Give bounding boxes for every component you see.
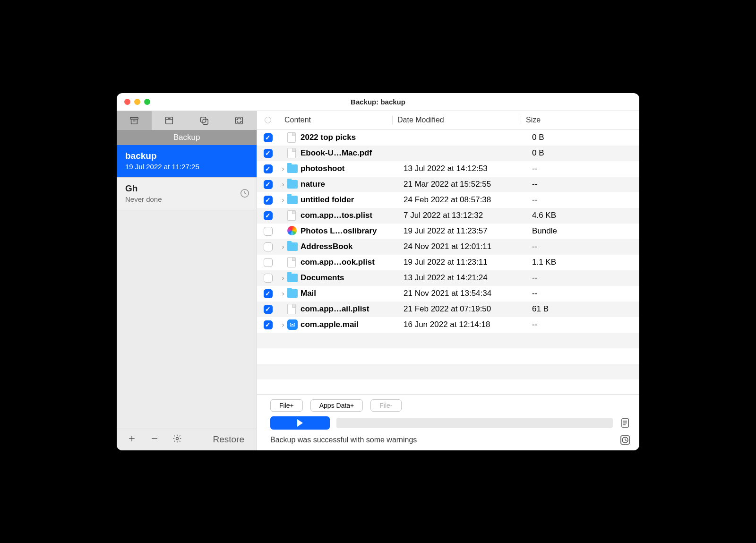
table-row[interactable]: Ebook-U…Mac.pdf0 B — [257, 146, 639, 161]
row-date: 13 Jul 2022 at 14:12:53 — [399, 164, 527, 173]
log-button[interactable] — [619, 417, 631, 429]
svg-line-23 — [625, 440, 627, 441]
row-name: untitled folder — [301, 195, 399, 205]
sidebar-header: Backup — [117, 130, 257, 145]
disclosure-triangle[interactable]: › — [279, 181, 287, 188]
row-size: 4.6 KB — [527, 211, 597, 220]
sidebar-item-gh[interactable]: GhNever done — [117, 178, 257, 210]
row-name: Documents — [301, 273, 399, 283]
row-name: Photos L…oslibrary — [301, 226, 399, 236]
gear-icon — [172, 434, 182, 443]
row-checkbox[interactable] — [264, 289, 273, 298]
restore-button[interactable]: Restore — [213, 434, 244, 445]
disclosure-triangle[interactable]: › — [279, 243, 287, 250]
table-row[interactable]: com.app…tos.plist7 Jul 2022 at 13:12:324… — [257, 208, 639, 224]
row-checkbox[interactable] — [264, 180, 273, 189]
sidebar-tabs — [117, 111, 257, 130]
remove-backup-button[interactable] — [150, 434, 159, 445]
row-date: 19 Jul 2022 at 11:23:11 — [399, 258, 527, 267]
sync-icon — [234, 115, 244, 126]
table-row[interactable]: ›photoshoot13 Jul 2022 at 14:12:53-- — [257, 161, 639, 177]
row-checkbox[interactable] — [264, 274, 273, 283]
file-icon — [287, 257, 298, 267]
table-row[interactable]: 2022 top picks0 B — [257, 130, 639, 146]
row-checkbox[interactable] — [264, 164, 273, 173]
sidebar-tab-sync[interactable] — [222, 111, 257, 130]
archive-box-icon — [129, 115, 139, 126]
column-content[interactable]: Content — [279, 116, 392, 124]
table-row[interactable]: com.app…ook.plist19 Jul 2022 at 11:23:11… — [257, 255, 639, 270]
table-row[interactable]: ›✉com.apple.mail16 Jun 2022 at 12:14:18-… — [257, 317, 639, 333]
row-date: 13 Jul 2022 at 14:21:24 — [399, 273, 527, 283]
sidebar-item-name: Gh — [125, 183, 248, 194]
folder-icon — [287, 195, 298, 205]
folder-icon — [287, 288, 298, 299]
table-row[interactable]: Photos L…oslibrary19 Jul 2022 at 11:23:5… — [257, 224, 639, 239]
duplicate-icon — [199, 115, 209, 126]
file-icon — [287, 148, 298, 158]
settings-button[interactable] — [172, 434, 182, 445]
row-name: com.app…ook.plist — [301, 258, 399, 267]
row-checkbox[interactable] — [264, 320, 273, 329]
sidebar-tab-clone[interactable] — [187, 111, 222, 130]
row-size: -- — [527, 320, 597, 329]
file-minus-button: File- — [370, 399, 401, 412]
file-plus-button[interactable]: File+ — [270, 399, 303, 412]
row-date: 24 Feb 2022 at 08:57:38 — [399, 195, 527, 205]
table-row — [257, 364, 639, 379]
table-row — [257, 348, 639, 364]
sidebar-item-backup[interactable]: backup19 Jul 2022 at 11:27:25 — [117, 145, 257, 178]
file-icon — [287, 304, 298, 314]
table-row[interactable]: ›Mail21 Nov 2021 at 13:54:34-- — [257, 286, 639, 302]
svg-line-11 — [245, 193, 247, 194]
folder-icon — [287, 273, 298, 283]
disclosure-triangle[interactable]: › — [279, 196, 287, 204]
sidebar-item-subtitle: 19 Jul 2022 at 11:27:25 — [125, 163, 248, 171]
apps-data-plus-button[interactable]: Apps Data+ — [310, 399, 363, 412]
run-backup-button[interactable] — [270, 416, 330, 430]
row-name: 2022 top picks — [301, 133, 399, 142]
row-checkbox[interactable] — [264, 258, 273, 267]
table-row[interactable]: ›AddressBook24 Nov 2021 at 12:01:11-- — [257, 239, 639, 255]
row-checkbox[interactable] — [264, 211, 273, 220]
row-date: 24 Nov 2021 at 12:01:11 — [399, 242, 527, 251]
disclosure-triangle[interactable]: › — [279, 274, 287, 282]
row-checkbox[interactable] — [264, 305, 273, 314]
window-title: Backup: backup — [117, 98, 639, 106]
table-row[interactable]: ›Documents13 Jul 2022 at 14:21:24-- — [257, 270, 639, 286]
select-all-toggle[interactable] — [265, 117, 271, 123]
row-checkbox[interactable] — [264, 196, 273, 205]
status-text: Backup was successful with some warnings — [270, 436, 417, 444]
main-panel: Content Date Modified Size 2022 top pick… — [257, 111, 639, 450]
row-checkbox[interactable] — [264, 242, 273, 251]
folder-icon — [287, 164, 298, 174]
row-name: Mail — [301, 289, 399, 298]
row-date: 21 Feb 2022 at 07:19:50 — [399, 304, 527, 314]
add-backup-button[interactable] — [127, 434, 137, 445]
row-name: com.app…tos.plist — [301, 211, 399, 220]
row-checkbox[interactable] — [264, 149, 273, 158]
table-row[interactable]: com.app…ail.plist21 Feb 2022 at 07:19:50… — [257, 302, 639, 317]
row-size: -- — [527, 164, 597, 173]
table-row[interactable]: ›untitled folder24 Feb 2022 at 08:57:38-… — [257, 192, 639, 208]
disclosure-triangle[interactable]: › — [279, 165, 287, 172]
row-size: -- — [527, 180, 597, 189]
row-size: 1.1 KB — [527, 258, 597, 267]
column-date[interactable]: Date Modified — [392, 116, 521, 124]
row-size: 0 B — [527, 133, 597, 142]
table-row[interactable]: ›nature21 Mar 2022 at 15:52:55-- — [257, 177, 639, 192]
column-size[interactable]: Size — [521, 116, 591, 124]
disclosure-triangle[interactable]: › — [279, 290, 287, 297]
schedule-button[interactable] — [619, 434, 631, 446]
sidebar-tab-archive[interactable] — [152, 111, 187, 130]
disclosure-triangle[interactable]: › — [279, 321, 287, 328]
sidebar-item-subtitle: Never done — [125, 195, 248, 203]
sidebar-tab-backups[interactable] — [117, 111, 152, 130]
svg-point-15 — [176, 438, 179, 440]
row-name: nature — [301, 180, 399, 189]
row-name: AddressBook — [301, 242, 399, 251]
row-checkbox[interactable] — [264, 133, 273, 142]
row-checkbox[interactable] — [264, 227, 273, 236]
row-date: 7 Jul 2022 at 13:12:32 — [399, 211, 527, 220]
titlebar: Backup: backup — [117, 93, 639, 111]
